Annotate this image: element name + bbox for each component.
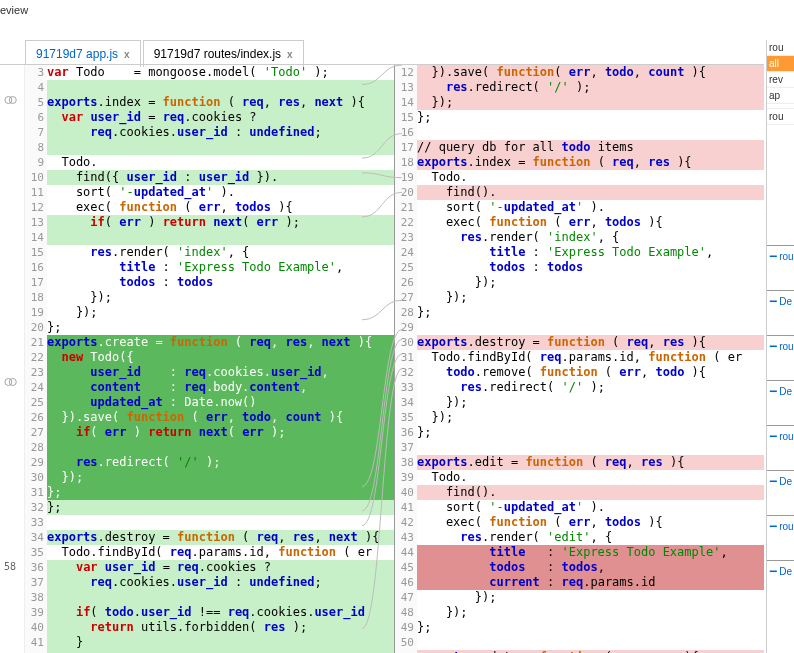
code-line[interactable]: todos : todos [47,275,394,290]
code-line[interactable] [47,440,394,455]
code-line[interactable]: updated_at : Date.now() [47,395,394,410]
code-line[interactable]: exports.index = function ( req, res, nex… [47,95,394,110]
code-line[interactable]: }); [417,410,764,425]
code-line[interactable]: exec( function ( err, todos ){ [417,515,764,530]
strip-diff-link[interactable]: −rou [767,515,794,536]
strip-diff-link[interactable]: −rou [767,425,794,446]
code-line[interactable]: exports.destroy = function ( req, res, n… [47,530,394,545]
strip-diff-link[interactable]: −De [767,290,794,311]
strip-file-item[interactable]: all [767,56,794,72]
code-line[interactable]: content : req.body.content, [47,380,394,395]
code-line[interactable]: }); [417,275,764,290]
code-line[interactable]: } [47,635,394,650]
code-line[interactable]: sort( '-updated_at' ). [47,185,394,200]
code-line[interactable]: }); [47,470,394,485]
code-line[interactable]: new Todo({ [47,350,394,365]
code-line[interactable]: }; [47,320,394,335]
code-line[interactable]: }; [417,620,764,635]
code-line[interactable]: todos : todos, [417,560,764,575]
close-icon[interactable]: x [287,49,293,60]
strip-diff-link[interactable]: −rou [767,335,794,356]
code-line[interactable] [47,515,394,530]
code-line[interactable] [417,440,764,455]
code-line[interactable]: Todo.findById( req.params.id, function (… [47,545,394,560]
strip-file-item[interactable]: rou [767,40,794,56]
code-line[interactable]: exports.destroy = function ( req, res ){ [417,335,764,350]
code-line[interactable] [47,140,394,155]
code-line[interactable]: return utils.forbidden( res ); [47,620,394,635]
comment-icon[interactable] [4,93,18,107]
code-line[interactable]: if( err ) return next( err ); [47,425,394,440]
code-line[interactable]: }); [417,395,764,410]
code-line[interactable]: title : 'Express Todo Example', [47,260,394,275]
code-line[interactable] [417,125,764,140]
code-line[interactable]: title : 'Express Todo Example', [417,245,764,260]
strip-diff-link[interactable]: −De [767,470,794,491]
code-line[interactable]: }); [47,305,394,320]
code-line[interactable]: find({ user_id : user_id }). [47,170,394,185]
strip-diff-link[interactable]: −De [767,560,794,581]
code-line[interactable]: }; [417,110,764,125]
code-line[interactable]: }; [47,500,394,515]
code-line[interactable]: Todo. [417,170,764,185]
code-line[interactable]: }); [417,605,764,620]
code-line[interactable]: Todo. [47,155,394,170]
code-line[interactable]: todos : todos [417,260,764,275]
code-line[interactable]: current : req.params.id [417,575,764,590]
code-line[interactable] [417,320,764,335]
line-number: 5 [25,95,44,110]
code-line[interactable]: if( err ) return next( err ); [47,215,394,230]
code-line[interactable]: res.render( 'index', { [47,245,394,260]
code-line[interactable]: todo.remove( function ( err, todo ){ [417,365,764,380]
code-line[interactable] [417,635,764,650]
code-line[interactable]: res.redirect( '/' ); [47,455,394,470]
code-line[interactable]: res.render( 'index', { [417,230,764,245]
code-line[interactable]: exports.edit = function ( req, res ){ [417,455,764,470]
code-line[interactable] [47,80,394,95]
right-diff-pane[interactable]: 1213141516171819202122232425262728293031… [395,65,764,653]
code-line[interactable]: }; [417,305,764,320]
code-line[interactable]: var user_id = req.cookies ? [47,110,394,125]
tab-app-js[interactable]: 91719d7 app.js x [25,40,141,67]
strip-file-item[interactable]: rev [767,72,794,88]
tab-routes-index-js[interactable]: 91719d7 routes/index.js x [143,40,304,67]
code-line[interactable]: user_id : req.cookies.user_id, [47,365,394,380]
code-line[interactable]: var user_id = req.cookies ? [47,560,394,575]
close-icon[interactable]: x [124,49,130,60]
strip-file-item[interactable]: ap [767,88,794,104]
code-line[interactable]: }).save( function ( err, todo, count ){ [47,410,394,425]
code-line[interactable]: exec( function ( err, todos ){ [417,215,764,230]
code-line[interactable]: }; [417,425,764,440]
code-line[interactable]: exec( function ( err, todos ){ [47,200,394,215]
left-diff-pane[interactable]: 3456789101112131415161718192021222324252… [25,65,395,653]
code-line[interactable]: find(). [417,485,764,500]
code-line[interactable]: title : 'Express Todo Example', [417,545,764,560]
code-line[interactable]: exports.create = function ( req, res, ne… [47,335,394,350]
strip-file-item[interactable]: rou [767,109,794,125]
strip-diff-link[interactable]: −rou [767,245,794,266]
code-line[interactable]: }).save( function( err, todo, count ){ [417,65,764,80]
code-line[interactable]: res.redirect( '/' ); [417,80,764,95]
code-line[interactable]: req.cookies.user_id : undefined; [47,125,394,140]
strip-diff-link[interactable]: −De [767,380,794,401]
code-line[interactable]: // query db for all todo items [417,140,764,155]
code-line[interactable]: sort( '-updated_at' ). [417,500,764,515]
code-line[interactable]: req.cookies.user_id : undefined; [47,575,394,590]
code-line[interactable]: }); [417,95,764,110]
comment-icon[interactable] [4,375,18,389]
code-line[interactable]: var Todo = mongoose.model( 'Todo' ); [47,65,394,80]
code-line[interactable]: Todo. [417,470,764,485]
code-line[interactable]: find(). [417,185,764,200]
code-line[interactable] [47,590,394,605]
code-line[interactable]: }); [47,290,394,305]
code-line[interactable]: if( todo.user_id !== req.cookies.user_id [47,605,394,620]
code-line[interactable]: exports.index = function ( req, res ){ [417,155,764,170]
code-line[interactable]: sort( '-updated_at' ). [417,200,764,215]
code-line[interactable]: }); [417,590,764,605]
code-line[interactable]: }); [417,290,764,305]
code-line[interactable]: Todo.findById( req.params.id, function (… [417,350,764,365]
code-line[interactable] [47,230,394,245]
code-line[interactable]: res.redirect( '/' ); [417,380,764,395]
code-line[interactable]: }; [47,485,394,500]
code-line[interactable]: res.render( 'edit', { [417,530,764,545]
